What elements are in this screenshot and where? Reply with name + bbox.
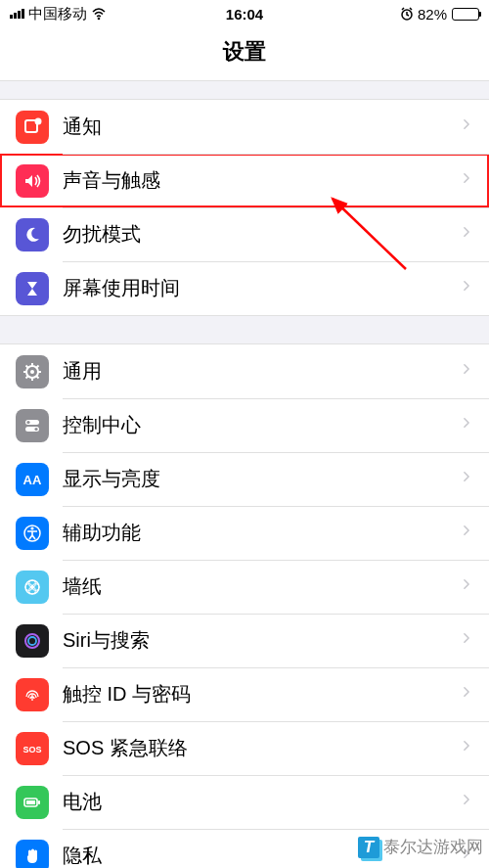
chevron-right-icon: [460, 276, 473, 301]
settings-group: 通用控制中心显示与亮度辅助功能墙纸Siri与搜索触控 ID 与密码SOS 紧急联…: [0, 343, 489, 868]
fingerprint-icon: [16, 678, 49, 711]
row-label: 电池: [63, 789, 460, 815]
settings-row-sos[interactable]: SOS 紧急联络: [0, 721, 489, 775]
accessibility-icon: [16, 517, 49, 550]
status-bar: 中国移动 16:04 82%: [0, 0, 489, 27]
battery-icon: [16, 786, 49, 819]
switches-icon: [16, 409, 49, 442]
settings-row-siri[interactable]: Siri与搜索: [0, 614, 489, 667]
watermark-text: 泰尔达游戏网: [383, 836, 483, 858]
chevron-right-icon: [460, 682, 473, 708]
aa-icon: [16, 463, 49, 496]
wallpaper-icon: [16, 571, 49, 604]
sos-icon: [16, 732, 49, 765]
moon-icon: [16, 218, 49, 251]
row-label: 通知: [63, 114, 460, 140]
row-label: SOS 紧急联络: [63, 735, 460, 761]
chevron-right-icon: [460, 521, 473, 546]
siri-icon: [16, 624, 49, 658]
chevron-right-icon: [460, 467, 473, 492]
signal-icon: [10, 9, 24, 19]
row-label: Siri与搜索: [63, 627, 460, 654]
wifi-icon: [91, 6, 107, 22]
chevron-right-icon: [460, 736, 473, 761]
hourglass-icon: [16, 272, 49, 305]
row-label: 声音与触感: [63, 167, 460, 194]
gear-icon: [16, 355, 49, 388]
settings-row-notifications[interactable]: 通知: [0, 100, 489, 154]
row-label: 墙纸: [63, 573, 460, 600]
chevron-right-icon: [460, 574, 473, 600]
row-label: 通用: [63, 358, 460, 385]
chevron-right-icon: [460, 114, 473, 140]
row-label: 辅助功能: [63, 520, 460, 546]
settings-row-general[interactable]: 通用: [0, 344, 489, 398]
settings-group: 通知声音与触感勿扰模式屏幕使用时间: [0, 99, 489, 316]
row-label: 控制中心: [63, 412, 460, 438]
battery-pct-label: 82%: [418, 6, 447, 23]
notification-icon: [16, 111, 49, 144]
row-label: 显示与亮度: [63, 466, 460, 492]
watermark-badge: T: [358, 837, 379, 858]
row-label: 勿扰模式: [63, 221, 460, 248]
sound-icon: [16, 164, 49, 198]
chevron-right-icon: [460, 168, 473, 194]
watermark: T 泰尔达游戏网: [358, 836, 483, 858]
row-label: 屏幕使用时间: [63, 275, 460, 301]
carrier-label: 中国移动: [28, 5, 87, 23]
row-label: 触控 ID 与密码: [63, 681, 460, 708]
chevron-right-icon: [460, 222, 473, 248]
hand-icon: [16, 840, 49, 869]
settings-row-display[interactable]: 显示与亮度: [0, 452, 489, 506]
chevron-right-icon: [460, 790, 473, 815]
settings-row-sounds[interactable]: 声音与触感: [0, 154, 489, 207]
settings-row-dnd[interactable]: 勿扰模式: [0, 207, 489, 261]
settings-row-accessibility[interactable]: 辅助功能: [0, 506, 489, 560]
settings-row-control-center[interactable]: 控制中心: [0, 398, 489, 452]
chevron-right-icon: [460, 628, 473, 654]
clock-label: 16:04: [166, 6, 323, 23]
settings-row-wallpaper[interactable]: 墙纸: [0, 560, 489, 614]
settings-row-touchid[interactable]: 触控 ID 与密码: [0, 667, 489, 721]
chevron-right-icon: [460, 359, 473, 385]
battery-icon: [452, 8, 479, 21]
settings-row-screentime[interactable]: 屏幕使用时间: [0, 261, 489, 315]
settings-row-battery[interactable]: 电池: [0, 775, 489, 829]
page-title: 设置: [0, 27, 489, 81]
chevron-right-icon: [460, 413, 473, 438]
alarm-icon: [399, 6, 415, 22]
